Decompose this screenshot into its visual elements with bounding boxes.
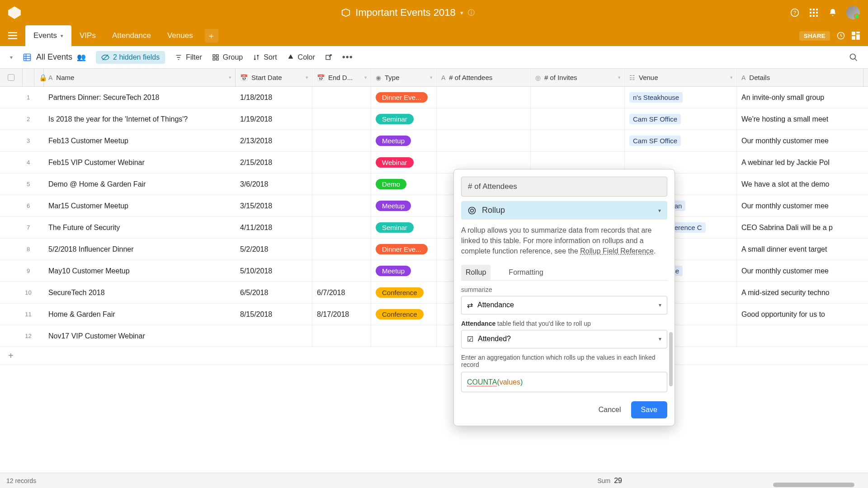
group-button[interactable]: Group: [212, 53, 243, 61]
share-button[interactable]: SHARE: [799, 31, 830, 41]
filter-button[interactable]: Filter: [175, 53, 202, 61]
cell-end[interactable]: 8/17/2018: [312, 304, 371, 325]
cell-invites[interactable]: [531, 130, 625, 151]
cell-name[interactable]: Is 2018 the year for the 'Internet of Th…: [44, 108, 236, 130]
view-menu-caret[interactable]: ▾: [10, 54, 13, 61]
cell-start[interactable]: 3/6/2018: [236, 174, 312, 195]
cell-end[interactable]: [312, 239, 371, 260]
cell-start[interactable]: 8/15/2018: [236, 304, 312, 325]
chevron-down-icon[interactable]: ▾: [618, 75, 621, 80]
save-button[interactable]: Save: [631, 401, 667, 418]
cell-details[interactable]: A small dinner event target: [737, 239, 863, 260]
apps-icon[interactable]: [808, 7, 819, 18]
cell-name[interactable]: Demo @ Home & Garden Fair: [44, 174, 236, 195]
cell-start[interactable]: 1/19/2018: [236, 108, 312, 130]
table-row[interactable]: 9May10 Customer Meetup5/10/2018Meetupn's…: [0, 260, 868, 282]
cell-end[interactable]: 6/7/2018: [312, 282, 371, 303]
cell-details[interactable]: Our monthly customer mee: [737, 130, 863, 151]
cell-end[interactable]: [312, 217, 371, 238]
column-start-date[interactable]: 📅Start Date▾: [236, 69, 312, 86]
table-row[interactable]: 3Feb13 Customer Meetup2/13/2018MeetupCam…: [0, 130, 868, 152]
cell-details[interactable]: An invite-only small group: [737, 87, 863, 108]
cell-start[interactable]: 1/18/2018: [236, 87, 312, 108]
cell-name[interactable]: Partners Dinner: SecureTech 2018: [44, 87, 236, 108]
formula-input[interactable]: COUNTA(values): [461, 372, 667, 392]
chevron-down-icon[interactable]: ▾: [659, 336, 661, 342]
chevron-down-icon[interactable]: ▾: [658, 207, 661, 214]
cell-name[interactable]: Feb13 Customer Meetup: [44, 130, 236, 151]
more-icon[interactable]: •••: [342, 52, 353, 62]
app-logo[interactable]: [8, 6, 21, 19]
horizontal-scrollbar[interactable]: [773, 483, 854, 487]
cell-start[interactable]: [236, 325, 312, 347]
table-row[interactable]: 4Feb15 VIP Customer Webinar2/15/2018Webi…: [0, 152, 868, 174]
cell-end[interactable]: [312, 108, 371, 130]
tab-venues[interactable]: Venues: [159, 25, 201, 46]
table-row[interactable]: 1Partners Dinner: SecureTech 20181/18/20…: [0, 87, 868, 108]
cell-type[interactable]: Demo: [371, 174, 437, 195]
cell-invites[interactable]: [531, 87, 625, 108]
cell-invites[interactable]: [531, 108, 625, 130]
base-title[interactable]: Important Events 2018: [355, 7, 455, 19]
cell-type[interactable]: Meetup: [371, 130, 437, 151]
cell-details[interactable]: We're hosting a small meet: [737, 108, 863, 130]
menu-icon[interactable]: [8, 32, 17, 39]
cell-type[interactable]: Dinner Eve...: [371, 87, 437, 108]
cell-details[interactable]: Our monthly customer mee: [737, 260, 863, 282]
cell-attendees[interactable]: [437, 130, 531, 151]
cell-name[interactable]: Feb15 VIP Customer Webinar: [44, 152, 236, 173]
tab-events[interactable]: Events▾: [25, 25, 71, 46]
column-end-date[interactable]: 📅End D...▾: [312, 69, 371, 86]
chevron-down-icon[interactable]: ▾: [364, 75, 367, 80]
summarize-table-select[interactable]: ⇄ Attendance ▾: [461, 296, 667, 314]
chevron-down-icon[interactable]: ▾: [659, 302, 661, 308]
chevron-down-icon[interactable]: ▾: [229, 75, 231, 80]
view-name[interactable]: All Events: [36, 52, 72, 62]
bell-icon[interactable]: [827, 7, 838, 18]
tab-attendance[interactable]: Attendance: [104, 25, 159, 46]
rollup-reference-link[interactable]: Rollup Field Reference: [580, 247, 654, 255]
cell-type[interactable]: [371, 325, 437, 347]
blocks-icon[interactable]: [852, 32, 860, 40]
tab-vips[interactable]: VIPs: [71, 25, 104, 46]
column-summary[interactable]: Sum 29: [597, 477, 622, 485]
table-row[interactable]: 7The Future of Security4/11/2018Seminarr…: [0, 217, 868, 239]
column-venue[interactable]: ☷Venue▾: [625, 69, 737, 86]
cell-type[interactable]: Conference: [371, 282, 437, 303]
table-row[interactable]: 12Nov17 VIP Customer Webinar: [0, 325, 868, 347]
chevron-down-icon[interactable]: ▾: [306, 75, 308, 80]
add-table-button[interactable]: ＋: [205, 29, 218, 42]
add-row-button[interactable]: +: [0, 347, 868, 365]
cell-start[interactable]: 4/11/2018: [236, 217, 312, 238]
cell-name[interactable]: Nov17 VIP Customer Webinar: [44, 325, 236, 347]
cell-end[interactable]: [312, 130, 371, 151]
cell-type[interactable]: Meetup: [371, 260, 437, 282]
cell-attendees[interactable]: [437, 108, 531, 130]
cell-end[interactable]: [312, 152, 371, 173]
cell-type[interactable]: Dinner Eve...: [371, 239, 437, 260]
history-icon[interactable]: [836, 31, 845, 40]
cell-end[interactable]: [312, 260, 371, 282]
cell-details[interactable]: A mid-sized security techno: [737, 282, 863, 303]
cell-name[interactable]: Mar15 Customer Meetup: [44, 195, 236, 216]
base-caret-icon[interactable]: ▾: [460, 9, 463, 16]
column-attendees[interactable]: A# of Attendees: [437, 69, 531, 86]
column-type[interactable]: ◉Type▾: [371, 69, 437, 86]
cell-end[interactable]: [312, 174, 371, 195]
column-name[interactable]: AName▾: [44, 69, 236, 86]
cell-end[interactable]: [312, 325, 371, 347]
cell-type[interactable]: Conference: [371, 304, 437, 325]
select-all-checkbox[interactable]: [0, 69, 23, 86]
cell-name[interactable]: Home & Garden Fair: [44, 304, 236, 325]
cell-details[interactable]: Good opportunity for us to: [737, 304, 863, 325]
column-invites[interactable]: ◎# of Invites▾: [531, 69, 625, 86]
cell-details[interactable]: Our monthly customer mee: [737, 195, 863, 216]
sort-button[interactable]: Sort: [253, 53, 277, 61]
avatar[interactable]: [846, 6, 860, 19]
collaborators-icon[interactable]: 👥: [77, 53, 86, 61]
table-row[interactable]: 85/2/2018 Influencer Dinner5/2/2018Dinne…: [0, 239, 868, 260]
chevron-down-icon[interactable]: ▾: [730, 75, 733, 80]
cell-venue[interactable]: n's Steakhouse: [625, 87, 737, 108]
subtab-formatting[interactable]: Formatting: [504, 265, 547, 280]
table-row[interactable]: 5Demo @ Home & Garden Fair3/6/2018DemoPa…: [0, 174, 868, 195]
